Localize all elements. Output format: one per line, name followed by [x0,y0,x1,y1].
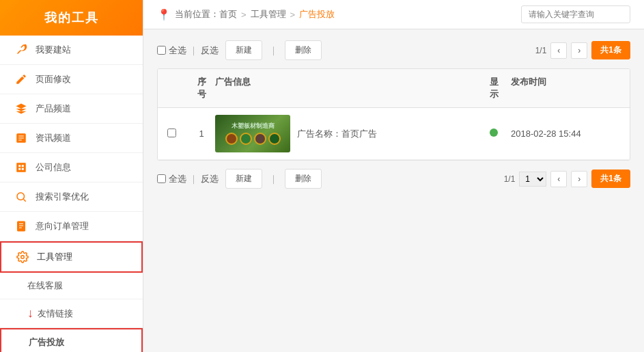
breadcrumb-current: 广告投放 [299,8,335,21]
sidebar-item-label-ad-place: 广告投放 [29,336,64,349]
prev-page-bottom[interactable]: ‹ [550,171,567,187]
row-checkbox[interactable] [167,128,176,137]
header-show: 显 示 [477,76,511,100]
sidebar-item-ad-place[interactable]: 广告投放 [0,328,143,352]
delete-button-top[interactable]: 删除 [285,40,322,60]
table-header: 序 号 广告信息 显 示 发布时间 [158,69,630,108]
toolbar-bottom: 全选 ｜ 反选 新建 ｜ 删除 1/1 1 ‹ › 共1条 [157,169,630,189]
main-content: 📍 当前位置：首页 > 工具管理 > 广告投放 全选 ｜ 反选 新建 ｜ 删除 … [143,0,644,352]
arrow-down-icon: ↓ [27,306,33,321]
invert-label-top[interactable]: 反选 [201,44,219,57]
sidebar-item-label-order-mgmt: 意向订单管理 [36,220,89,232]
sidebar-item-label-tool-mgmt: 工具管理 [37,251,72,263]
divider-top: ｜ [189,44,198,57]
ad-image-content: 木塑板材制造商 [223,120,283,148]
sidebar-item-label-build-site: 我要建站 [36,44,71,56]
wrench-icon [14,42,29,57]
total-bottom: 共1条 [591,170,630,188]
svg-rect-4 [17,221,25,232]
check-all-bottom: 全选 ｜ 反选 [157,173,219,185]
sidebar-item-page-edit[interactable]: 页面修改 [0,65,143,94]
sidebar-item-label-friend-links: 友情链接 [38,308,73,320]
row-checkbox-wrap [167,128,188,139]
sidebar: 我的工具 我要建站 页面修改 产品频道 资讯频道 公司信息 搜索引擎优 [0,0,143,352]
row-show-status [477,128,511,139]
building-icon [14,160,29,175]
check-all-top: 全选 ｜ 反选 [157,44,219,57]
toolbar-top: 全选 ｜ 反选 新建 ｜ 删除 1/1 ‹ › 共1条 [157,40,630,60]
breadcrumb-sep-1: > [241,10,247,20]
search-icon [14,189,29,204]
new-button-top[interactable]: 新建 [225,40,262,60]
location-icon: 📍 [157,8,171,21]
header-ad-info: 广告信息 [215,76,297,100]
table-row: 1 木塑板材制造商 广告名称 [158,108,630,160]
top-bar: 📍 当前位置：首页 > 工具管理 > 广告投放 [143,0,644,29]
pagination-bottom: 1/1 1 ‹ › 共1条 [504,170,630,188]
ad-image: 木塑板材制造商 [215,115,290,152]
sidebar-item-company-info[interactable]: 公司信息 [0,153,143,182]
header-seq: 序 号 [188,76,215,100]
page-info-top: 1/1 [535,46,547,55]
select-all-label-top: 全选 [169,44,186,57]
svg-point-5 [21,256,25,259]
edit-icon [14,72,29,87]
total-top: 共1条 [591,41,630,59]
sidebar-item-product-channel[interactable]: 产品频道 [0,94,143,124]
header-date: 发布时间 [511,76,620,100]
svg-line-3 [23,199,25,201]
row-ad-image-wrap: 木塑板材制造商 [215,115,297,152]
breadcrumb-home: 当前位置：首页 [175,8,237,21]
sidebar-item-label-product-channel: 产品频道 [36,103,71,115]
row-ad-name: 广告名称：首页广告 [297,128,477,140]
svg-point-2 [17,193,25,200]
select-all-label-bottom: 全选 [169,173,186,185]
cube-icon [14,101,29,116]
row-num: 1 [188,128,215,139]
breadcrumb-sep-2: > [290,10,296,20]
page-info-bottom: 1/1 [504,174,516,184]
btn-divider-top: ｜ [269,44,278,57]
sidebar-item-online-service[interactable]: 在线客服 [0,273,143,299]
green-dot-icon [490,128,498,137]
ad-table: 序 号 广告信息 显 示 发布时间 [157,68,630,161]
page-select[interactable]: 1 [519,172,546,187]
sidebar-item-label-company-info: 公司信息 [36,161,71,174]
new-button-bottom[interactable]: 新建 [225,169,262,189]
svg-rect-1 [16,163,26,172]
header-ad-name [297,76,477,100]
next-page-bottom[interactable]: › [571,171,587,187]
news-icon [14,131,29,146]
tool-icon [15,249,30,265]
sidebar-item-seo[interactable]: 搜索引擎优化 [0,182,143,212]
header-check [167,76,188,100]
invert-label-bottom[interactable]: 反选 [201,173,219,185]
sidebar-item-label-online-service: 在线客服 [27,280,63,292]
sidebar-item-friend-links[interactable]: ↓ 友情链接 [0,299,143,328]
sidebar-item-label-page-edit: 页面修改 [36,73,71,85]
prev-page-top[interactable]: ‹ [550,42,567,59]
row-date: 2018-02-28 15:44 [511,128,620,139]
delete-button-bottom[interactable]: 删除 [285,169,322,189]
sidebar-item-label-info-channel: 资讯频道 [36,132,71,144]
select-all-checkbox-bottom[interactable] [157,174,166,183]
order-icon [14,219,29,234]
content-area: 全选 ｜ 反选 新建 ｜ 删除 1/1 ‹ › 共1条 序 [143,29,644,352]
pagination-top: 1/1 ‹ › 共1条 [535,41,630,59]
sidebar-item-order-mgmt[interactable]: 意向订单管理 [0,212,143,241]
btn-divider-bottom: ｜ [269,173,278,185]
select-all-checkbox-top[interactable] [157,46,166,55]
sidebar-item-label-seo: 搜索引擎优化 [36,191,89,203]
sidebar-title: 我的工具 [0,0,143,36]
divider-bottom: ｜ [189,173,198,185]
next-page-top[interactable]: › [571,42,587,59]
search-input[interactable] [521,5,630,23]
sidebar-item-build-site[interactable]: 我要建站 [0,36,143,65]
sidebar-item-tool-mgmt[interactable]: 工具管理 [0,241,143,273]
breadcrumb-tool-mgmt: 工具管理 [251,8,286,21]
sidebar-item-info-channel[interactable]: 资讯频道 [0,124,143,153]
breadcrumb: 📍 当前位置：首页 > 工具管理 > 广告投放 [157,8,521,21]
